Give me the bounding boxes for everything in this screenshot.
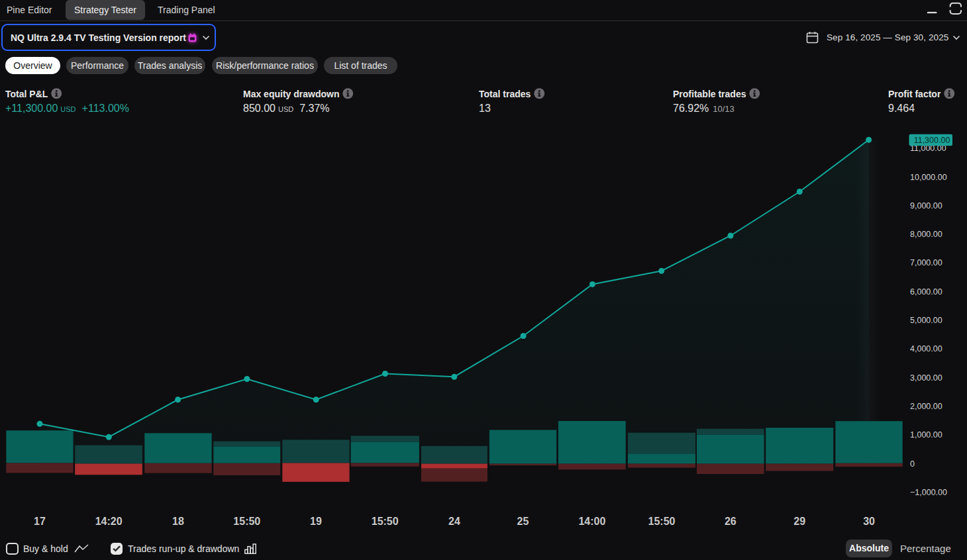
svg-text:7,000.00: 7,000.00 — [910, 258, 942, 267]
svg-text:15:50: 15:50 — [233, 516, 260, 527]
svg-text:9,000.00: 9,000.00 — [910, 201, 942, 210]
svg-text:14:20: 14:20 — [95, 516, 123, 527]
svg-text:24: 24 — [448, 516, 460, 527]
svg-text:2,000.00: 2,000.00 — [910, 402, 942, 411]
svg-text:4,000.00: 4,000.00 — [910, 344, 942, 353]
svg-text:0: 0 — [910, 459, 915, 469]
svg-text:11,300.00: 11,300.00 — [914, 136, 950, 145]
svg-text:29: 29 — [793, 516, 805, 527]
svg-text:6,000.00: 6,000.00 — [910, 287, 942, 297]
svg-text:18: 18 — [172, 516, 184, 527]
svg-text:15:50: 15:50 — [372, 516, 399, 527]
svg-text:−1,000.00: −1,000.00 — [910, 488, 947, 497]
svg-text:17: 17 — [34, 516, 46, 527]
svg-text:5,000.00: 5,000.00 — [910, 316, 942, 325]
svg-text:8,000.00: 8,000.00 — [910, 230, 942, 239]
svg-text:3,000.00: 3,000.00 — [910, 373, 942, 383]
svg-text:14:00: 14:00 — [578, 516, 605, 527]
svg-text:30: 30 — [863, 516, 875, 527]
svg-text:26: 26 — [725, 516, 737, 527]
svg-text:19: 19 — [310, 516, 322, 527]
svg-text:25: 25 — [517, 516, 529, 527]
svg-text:1,000.00: 1,000.00 — [910, 430, 942, 440]
svg-text:15:50: 15:50 — [648, 516, 676, 527]
svg-text:10,000.00: 10,000.00 — [910, 173, 947, 182]
